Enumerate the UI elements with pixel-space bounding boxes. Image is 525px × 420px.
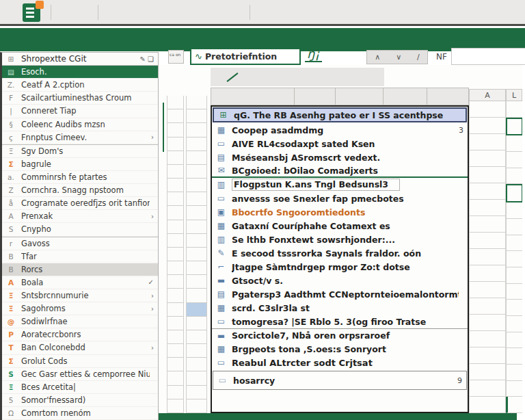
sheet-cell[interactable]: [186, 192, 207, 206]
row-number-cell[interactable]: [167, 275, 184, 289]
context-menu-item[interactable]: Ξ Sgv Dom's: [2, 144, 158, 158]
sheet-cell[interactable]: [506, 348, 523, 365]
sheet-cell[interactable]: [506, 135, 523, 152]
sheet-cell[interactable]: [186, 275, 207, 289]
row-number-cell[interactable]: [167, 137, 184, 151]
popup-item[interactable]: ▬ Sorcictole7, Nbå oren orpsraroef: [212, 328, 468, 342]
sheet-cell[interactable]: [469, 380, 506, 397]
popup-column-header[interactable]: [294, 88, 335, 105]
context-menu-item[interactable]: Z Cornchra. Snagg npstoom: [2, 184, 158, 197]
sheet-cell[interactable]: [469, 331, 506, 347]
sheet-cell[interactable]: [469, 134, 506, 150]
row-number-cell[interactable]: [167, 289, 184, 302]
row-number-cell[interactable]: [167, 303, 184, 317]
row-number-cell[interactable]: [167, 151, 184, 165]
sheet-cell[interactable]: [186, 344, 207, 358]
sheet-cell[interactable]: [186, 206, 207, 220]
context-menu-item[interactable]: S Gec Gasr etties & cemporree Niumater: [2, 368, 158, 381]
sheet-cell[interactable]: [186, 261, 207, 275]
sheet-cell[interactable]: [186, 96, 207, 109]
toolbar-icon[interactable]: [250, 5, 250, 20]
row-number-cell[interactable]: [167, 179, 184, 192]
context-menu-item[interactable]: Ξ Bces Arcetita|: [2, 381, 158, 394]
row-number-cell[interactable]: [167, 317, 184, 330]
sheet-cell[interactable]: [506, 284, 523, 300]
context-menu-item[interactable]: å Crogramate oeredfjzs orit tanfiors: [2, 197, 158, 210]
context-menu-item[interactable]: ▤ Esoch.: [2, 66, 158, 79]
sheet-cell[interactable]: [186, 165, 207, 179]
popup-item[interactable]: ▤ Pgatersp3 Aadthmt CCNeptornteioemalont…: [212, 287, 468, 301]
row-number-cell[interactable]: [167, 330, 184, 344]
sheet-cell[interactable]: [506, 118, 523, 136]
enter-icon[interactable]: ∨: [396, 53, 401, 62]
row-number-cell[interactable]: [167, 248, 184, 261]
popup-item[interactable]: ✉ BCgoioed: bOilao Comadjxerts: [212, 164, 468, 178]
row-number-cell[interactable]: [167, 165, 184, 179]
column-header-l[interactable]: L: [506, 89, 522, 101]
context-menu-item[interactable]: 5 Somor'fnessard): [2, 394, 158, 407]
sheet-cell[interactable]: [186, 123, 207, 137]
sheet-cell[interactable]: [186, 234, 207, 248]
column-header-a[interactable]: A: [469, 89, 506, 101]
context-menu-item[interactable]: P Aoratecrcbonrs: [2, 328, 158, 341]
popup-item[interactable]: ▥ Flogpstun K.ans Tngl Bedsunsl3: [212, 178, 468, 192]
toolbar-icon[interactable]: [51, 5, 51, 20]
context-menu-item[interactable]: @ Sodiwlrfnae: [2, 315, 158, 328]
sheet-cell[interactable]: [186, 151, 207, 165]
sheet-cell[interactable]: [506, 235, 523, 252]
sheet-cell[interactable]: [186, 303, 207, 317]
context-menu-item[interactable]: Σ bagrule: [2, 158, 158, 171]
sheet-cell[interactable]: [506, 316, 523, 332]
sheet-cell[interactable]: [186, 220, 207, 234]
sheet-cell[interactable]: [506, 381, 523, 397]
popup-item[interactable]: ▦ Gataxní Couríphahe Cotamext es: [212, 219, 468, 233]
popup-item[interactable]: ⌐ Jtagpe Sàmtndrgep rmgor Zo:t dotse: [212, 260, 468, 274]
row-number-cell[interactable]: [167, 109, 184, 123]
sheet-cell[interactable]: [469, 167, 506, 183]
popup-item[interactable]: ▭ Reabul ALtrcter sodt Crjtsat: [212, 356, 468, 369]
context-menu-item[interactable]: r Gavoss: [2, 237, 158, 250]
sheet-cell[interactable]: [469, 233, 506, 249]
sheet-cell[interactable]: [469, 200, 506, 216]
sheet-cell[interactable]: [186, 358, 207, 371]
context-menu-item[interactable]: Z. Ceatf A 2.cption: [2, 79, 158, 92]
sheet-cell[interactable]: [506, 251, 523, 267]
row-number-cell[interactable]: [167, 123, 184, 137]
row-number-cell[interactable]: [167, 358, 184, 371]
popup-item[interactable]: ▬ Gtsoct/v s.: [212, 274, 468, 287]
row-number-cell[interactable]: [167, 96, 184, 109]
popup-column-header[interactable]: [427, 88, 469, 105]
sheet-cell[interactable]: [469, 282, 506, 298]
cell-reference-box[interactable]: ∿ Pretotriefntion: [190, 48, 301, 65]
cancel-icon[interactable]: ∧: [375, 53, 380, 62]
sheet-cell[interactable]: [506, 168, 523, 185]
popup-item[interactable]: ▭ anvesss soe Snexler fap pmecbotes: [212, 192, 468, 205]
sheet-cell[interactable]: [186, 179, 207, 192]
popup-column-header[interactable]: [383, 88, 427, 105]
sheet-cell[interactable]: [469, 265, 506, 282]
popup-item[interactable]: ▦ Coopep asadmdmg 3: [212, 123, 468, 137]
sheet-cell[interactable]: [506, 101, 523, 118]
context-menu-item[interactable]: S Cnypho: [2, 223, 158, 236]
sheet-cell[interactable]: [186, 109, 207, 123]
sheet-cell[interactable]: [469, 315, 506, 331]
popup-column-header[interactable]: [211, 88, 294, 105]
sheet-cell[interactable]: [469, 298, 506, 315]
context-menu-item[interactable]: | Conneret Tiap: [2, 105, 158, 118]
sheet-cell[interactable]: [186, 399, 207, 413]
sheet-cell[interactable]: [469, 118, 506, 134]
context-menu-item[interactable]: a. Comminrsh fe ptartes: [2, 171, 158, 184]
row-number-cell[interactable]: [167, 399, 184, 413]
row-number-cell[interactable]: [167, 261, 184, 275]
sheet-cell[interactable]: [506, 267, 523, 284]
row-number-cell[interactable]: [167, 220, 184, 234]
popup-item[interactable]: ▣ Bbocrtfo Sngooromtiedonts: [212, 205, 468, 219]
context-menu-item[interactable]: A Boala ✓: [2, 276, 158, 289]
row-number-cell[interactable]: [167, 386, 184, 399]
context-menu-item[interactable]: B Rorcs: [2, 263, 158, 276]
sheet-cell[interactable]: [469, 101, 506, 118]
row-number-cell[interactable]: [167, 344, 184, 358]
context-menu-item[interactable]: F Scailcartiuminesthas Croum: [2, 92, 158, 105]
formula-buttons[interactable]: ∧ ∨ ∕: [366, 50, 428, 64]
sheet-cell[interactable]: [186, 386, 207, 399]
